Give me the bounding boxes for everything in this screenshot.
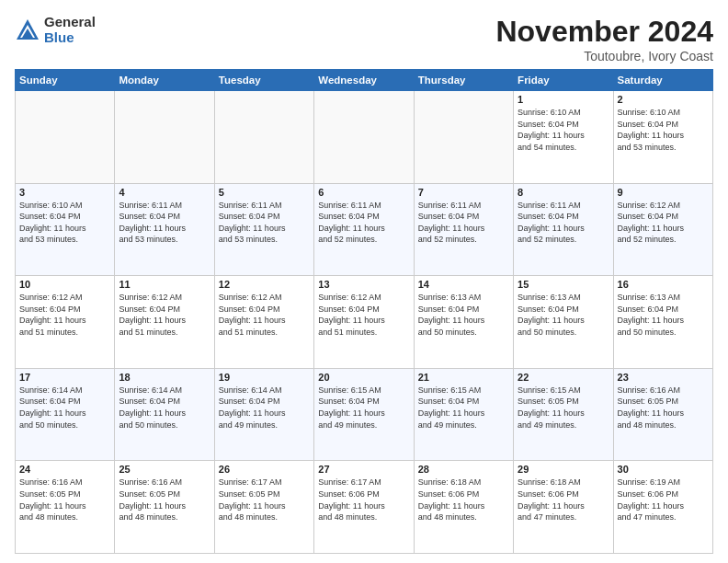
day-number: 15 — [518, 279, 609, 290]
day-number: 6 — [318, 187, 409, 198]
calendar-cell: 4Sunrise: 6:11 AM Sunset: 6:04 PM Daylig… — [115, 183, 214, 276]
calendar-cell: 16Sunrise: 6:13 AM Sunset: 6:04 PM Dayli… — [613, 276, 712, 369]
calendar-cell: 24Sunrise: 6:16 AM Sunset: 6:05 PM Dayli… — [16, 461, 115, 554]
day-info: Sunrise: 6:19 AM Sunset: 6:06 PM Dayligh… — [618, 477, 709, 523]
calendar-cell: 26Sunrise: 6:17 AM Sunset: 6:05 PM Dayli… — [214, 461, 313, 554]
day-info: Sunrise: 6:16 AM Sunset: 6:05 PM Dayligh… — [19, 477, 110, 523]
logo-icon — [15, 17, 40, 43]
day-info: Sunrise: 6:13 AM Sunset: 6:04 PM Dayligh… — [418, 292, 509, 338]
calendar: SundayMondayTuesdayWednesdayThursdayFrid… — [15, 69, 713, 554]
day-number: 11 — [119, 279, 210, 290]
calendar-cell: 15Sunrise: 6:13 AM Sunset: 6:04 PM Dayli… — [514, 276, 613, 369]
calendar-cell: 8Sunrise: 6:11 AM Sunset: 6:04 PM Daylig… — [514, 183, 613, 276]
calendar-cell: 3Sunrise: 6:10 AM Sunset: 6:04 PM Daylig… — [16, 183, 115, 276]
calendar-cell: 20Sunrise: 6:15 AM Sunset: 6:04 PM Dayli… — [314, 368, 414, 461]
calendar-cell — [115, 91, 214, 184]
day-info: Sunrise: 6:16 AM Sunset: 6:05 PM Dayligh… — [119, 477, 210, 523]
day-number: 20 — [318, 372, 409, 383]
logo-general: General — [44, 15, 96, 30]
day-number: 8 — [518, 187, 609, 198]
calendar-cell: 21Sunrise: 6:15 AM Sunset: 6:04 PM Dayli… — [414, 368, 513, 461]
day-number: 5 — [219, 187, 310, 198]
calendar-cell: 2Sunrise: 6:10 AM Sunset: 6:04 PM Daylig… — [613, 91, 712, 184]
day-number: 14 — [418, 279, 509, 290]
calendar-week-5: 24Sunrise: 6:16 AM Sunset: 6:05 PM Dayli… — [16, 461, 713, 554]
day-info: Sunrise: 6:16 AM Sunset: 6:05 PM Dayligh… — [618, 385, 709, 431]
day-info: Sunrise: 6:12 AM Sunset: 6:04 PM Dayligh… — [19, 292, 110, 338]
day-number: 3 — [19, 187, 110, 198]
day-number: 13 — [318, 279, 409, 290]
day-info: Sunrise: 6:10 AM Sunset: 6:04 PM Dayligh… — [518, 107, 609, 153]
calendar-cell: 29Sunrise: 6:18 AM Sunset: 6:06 PM Dayli… — [514, 461, 613, 554]
calendar-cell: 27Sunrise: 6:17 AM Sunset: 6:06 PM Dayli… — [314, 461, 414, 554]
logo-text: General Blue — [44, 15, 96, 45]
calendar-cell: 23Sunrise: 6:16 AM Sunset: 6:05 PM Dayli… — [613, 368, 712, 461]
day-number: 21 — [418, 372, 509, 383]
page: General Blue November 2024 Toutoubre, Iv… — [0, 0, 728, 563]
weekday-header-saturday: Saturday — [613, 70, 712, 91]
day-number: 7 — [418, 187, 509, 198]
calendar-cell — [314, 91, 414, 184]
logo-blue: Blue — [44, 30, 96, 46]
calendar-cell: 22Sunrise: 6:15 AM Sunset: 6:05 PM Dayli… — [514, 368, 613, 461]
day-number: 9 — [618, 187, 709, 198]
calendar-cell: 25Sunrise: 6:16 AM Sunset: 6:05 PM Dayli… — [115, 461, 214, 554]
day-info: Sunrise: 6:11 AM Sunset: 6:04 PM Dayligh… — [518, 200, 609, 246]
month-title: November 2024 — [495, 15, 713, 49]
calendar-cell: 17Sunrise: 6:14 AM Sunset: 6:04 PM Dayli… — [16, 368, 115, 461]
calendar-body: 1Sunrise: 6:10 AM Sunset: 6:04 PM Daylig… — [16, 91, 713, 554]
day-info: Sunrise: 6:14 AM Sunset: 6:04 PM Dayligh… — [219, 385, 310, 431]
logo: General Blue — [15, 15, 96, 45]
weekday-header-row: SundayMondayTuesdayWednesdayThursdayFrid… — [16, 70, 713, 91]
calendar-cell: 18Sunrise: 6:14 AM Sunset: 6:04 PM Dayli… — [115, 368, 214, 461]
day-number: 12 — [219, 279, 310, 290]
weekday-header-monday: Monday — [115, 70, 214, 91]
day-info: Sunrise: 6:12 AM Sunset: 6:04 PM Dayligh… — [119, 292, 210, 338]
calendar-cell: 11Sunrise: 6:12 AM Sunset: 6:04 PM Dayli… — [115, 276, 214, 369]
weekday-header-thursday: Thursday — [414, 70, 513, 91]
day-info: Sunrise: 6:13 AM Sunset: 6:04 PM Dayligh… — [518, 292, 609, 338]
location: Toutoubre, Ivory Coast — [495, 49, 713, 63]
day-number: 24 — [19, 464, 110, 475]
calendar-cell: 13Sunrise: 6:12 AM Sunset: 6:04 PM Dayli… — [314, 276, 414, 369]
day-number: 1 — [518, 94, 609, 105]
day-info: Sunrise: 6:10 AM Sunset: 6:04 PM Dayligh… — [618, 107, 709, 153]
calendar-cell: 7Sunrise: 6:11 AM Sunset: 6:04 PM Daylig… — [414, 183, 513, 276]
day-number: 30 — [618, 464, 709, 475]
calendar-week-1: 1Sunrise: 6:10 AM Sunset: 6:04 PM Daylig… — [16, 91, 713, 184]
day-info: Sunrise: 6:15 AM Sunset: 6:05 PM Dayligh… — [518, 385, 609, 431]
day-number: 18 — [119, 372, 210, 383]
day-number: 26 — [219, 464, 310, 475]
calendar-cell: 30Sunrise: 6:19 AM Sunset: 6:06 PM Dayli… — [613, 461, 712, 554]
day-info: Sunrise: 6:11 AM Sunset: 6:04 PM Dayligh… — [219, 200, 310, 246]
calendar-week-3: 10Sunrise: 6:12 AM Sunset: 6:04 PM Dayli… — [16, 276, 713, 369]
day-info: Sunrise: 6:12 AM Sunset: 6:04 PM Dayligh… — [618, 200, 709, 246]
calendar-cell: 10Sunrise: 6:12 AM Sunset: 6:04 PM Dayli… — [16, 276, 115, 369]
day-info: Sunrise: 6:18 AM Sunset: 6:06 PM Dayligh… — [518, 477, 609, 523]
day-info: Sunrise: 6:11 AM Sunset: 6:04 PM Dayligh… — [418, 200, 509, 246]
day-number: 17 — [19, 372, 110, 383]
day-info: Sunrise: 6:15 AM Sunset: 6:04 PM Dayligh… — [318, 385, 409, 431]
day-info: Sunrise: 6:10 AM Sunset: 6:04 PM Dayligh… — [19, 200, 110, 246]
calendar-header: SundayMondayTuesdayWednesdayThursdayFrid… — [16, 70, 713, 91]
day-number: 25 — [119, 464, 210, 475]
calendar-cell: 1Sunrise: 6:10 AM Sunset: 6:04 PM Daylig… — [514, 91, 613, 184]
day-info: Sunrise: 6:12 AM Sunset: 6:04 PM Dayligh… — [318, 292, 409, 338]
day-number: 22 — [518, 372, 609, 383]
day-info: Sunrise: 6:15 AM Sunset: 6:04 PM Dayligh… — [418, 385, 509, 431]
calendar-cell: 19Sunrise: 6:14 AM Sunset: 6:04 PM Dayli… — [214, 368, 313, 461]
calendar-cell: 5Sunrise: 6:11 AM Sunset: 6:04 PM Daylig… — [214, 183, 313, 276]
calendar-cell: 28Sunrise: 6:18 AM Sunset: 6:06 PM Dayli… — [414, 461, 513, 554]
day-info: Sunrise: 6:11 AM Sunset: 6:04 PM Dayligh… — [119, 200, 210, 246]
day-number: 10 — [19, 279, 110, 290]
day-info: Sunrise: 6:13 AM Sunset: 6:04 PM Dayligh… — [618, 292, 709, 338]
weekday-header-friday: Friday — [514, 70, 613, 91]
calendar-week-4: 17Sunrise: 6:14 AM Sunset: 6:04 PM Dayli… — [16, 368, 713, 461]
title-block: November 2024 Toutoubre, Ivory Coast — [495, 15, 713, 63]
day-info: Sunrise: 6:12 AM Sunset: 6:04 PM Dayligh… — [219, 292, 310, 338]
header: General Blue November 2024 Toutoubre, Iv… — [15, 15, 713, 63]
calendar-week-2: 3Sunrise: 6:10 AM Sunset: 6:04 PM Daylig… — [16, 183, 713, 276]
day-info: Sunrise: 6:17 AM Sunset: 6:05 PM Dayligh… — [219, 477, 310, 523]
day-info: Sunrise: 6:14 AM Sunset: 6:04 PM Dayligh… — [119, 385, 210, 431]
calendar-cell: 9Sunrise: 6:12 AM Sunset: 6:04 PM Daylig… — [613, 183, 712, 276]
